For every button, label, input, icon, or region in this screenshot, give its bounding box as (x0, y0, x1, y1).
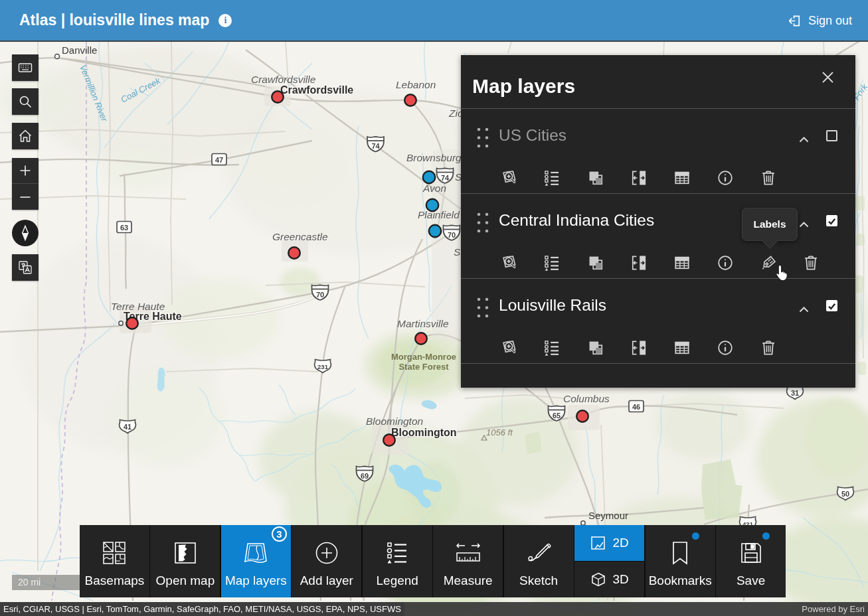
svg-text:74: 74 (441, 174, 450, 182)
svg-text:Danville: Danville (62, 44, 97, 56)
svg-text:S: S (454, 246, 461, 258)
svg-text:1056 ft: 1056 ft (486, 427, 513, 437)
svg-text:41: 41 (124, 423, 131, 431)
svg-text:50: 50 (841, 490, 849, 498)
svg-text:Columbus: Columbus (563, 393, 610, 404)
svg-text:70: 70 (448, 231, 456, 239)
svg-text:47: 47 (215, 156, 223, 164)
svg-text:Martinsville: Martinsville (397, 318, 449, 329)
svg-text:Avon: Avon (422, 183, 446, 194)
svg-text:Bloomington: Bloomington (366, 416, 423, 427)
svg-text:State Forest: State Forest (398, 362, 449, 372)
svg-text:Morgan-Monroe: Morgan-Monroe (391, 352, 456, 362)
svg-text:231: 231 (317, 363, 329, 370)
svg-text:Crawfordsville: Crawfordsville (280, 84, 353, 96)
svg-text:Plainfield: Plainfield (418, 209, 460, 220)
svg-text:70: 70 (316, 291, 324, 299)
svg-text:69: 69 (361, 472, 369, 480)
svg-text:Crawfordsville: Crawfordsville (251, 74, 316, 85)
svg-text:74: 74 (371, 142, 380, 150)
svg-text:Bloomington: Bloomington (391, 427, 457, 438)
svg-text:31: 31 (791, 389, 799, 397)
svg-text:63: 63 (120, 224, 128, 232)
svg-text:46: 46 (632, 403, 640, 411)
svg-text:65: 65 (553, 412, 561, 420)
svg-text:Lebanon: Lebanon (396, 79, 436, 90)
svg-text:Seymour: Seymour (588, 510, 628, 521)
svg-text:Brownsburg: Brownsburg (406, 152, 462, 163)
svg-text:Greencastle: Greencastle (272, 231, 328, 242)
